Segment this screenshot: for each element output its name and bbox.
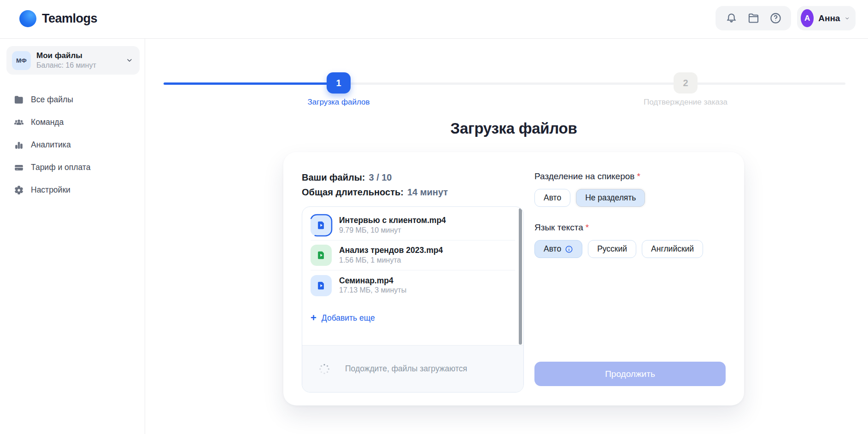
chevron-down-icon <box>126 57 133 64</box>
avatar: А <box>801 9 814 27</box>
language-options: Авто Русский Английский <box>534 240 726 258</box>
help-icon <box>769 12 782 24</box>
sidebar: МФ Мои файлы Баланс: 16 минут Все файлы … <box>0 39 145 434</box>
speakers-label: Разделение на спикеров <box>534 171 634 181</box>
billing-icon <box>14 163 24 173</box>
files-count-value: 3 / 10 <box>369 172 392 182</box>
step-2-label: Подтверждение заказа <box>621 98 750 107</box>
user-menu[interactable]: А Анна <box>797 6 856 30</box>
video-file-icon <box>311 245 332 266</box>
files-button[interactable] <box>747 12 760 25</box>
options-panel: Разделение на спикеров* Авто Не разделят… <box>534 171 726 274</box>
file-name: Семинар.mp4 <box>339 276 406 286</box>
add-more-label: Добавить еще <box>322 313 375 323</box>
file-row[interactable]: Семинар.mp4 17.13 МБ, 3 минуты <box>311 270 515 300</box>
sidebar-item-label: Аналитика <box>31 140 71 150</box>
file-name: Интервью с клиентом.mp4 <box>339 215 446 226</box>
step-2-badge: 2 <box>674 72 698 94</box>
files-count-label: Ваши файлы: <box>302 172 365 182</box>
speakers-options: Авто Не разделять <box>534 189 726 207</box>
language-label: Язык текста <box>534 223 583 232</box>
stepper-track <box>164 82 845 85</box>
add-more-button[interactable]: + Добавить еще <box>311 308 375 328</box>
upload-card: Ваши файлы:3 / 10 Общая длительность:14 … <box>283 152 744 405</box>
logo-icon <box>19 10 36 27</box>
sidebar-item-label: Все файлы <box>31 95 73 105</box>
sidebar-item-settings[interactable]: Настройки <box>0 179 145 201</box>
sidebar-item-label: Команда <box>31 117 64 127</box>
analytics-icon <box>14 140 24 150</box>
files-summary: Ваши файлы:3 / 10 Общая длительность:14 … <box>302 172 524 202</box>
sidebar-item-label: Тариф и оплата <box>31 163 90 172</box>
chevron-down-icon <box>845 15 850 22</box>
file-meta: 9.79 МБ, 10 минут <box>339 226 446 235</box>
workspace-title: Мои файлы <box>36 51 96 60</box>
duration-value: 14 минут <box>407 187 448 197</box>
required-asterisk: * <box>586 223 589 232</box>
sidebar-item-analytics[interactable]: Аналитика <box>0 134 145 156</box>
sidebar-item-team[interactable]: Команда <box>0 111 145 134</box>
workspace-badge: МФ <box>12 51 31 70</box>
video-file-icon <box>311 275 332 296</box>
file-meta: 17.13 МБ, 3 минуты <box>339 286 406 295</box>
file-meta: 1.56 МБ, 1 минута <box>339 256 443 265</box>
speakers-option-no-split[interactable]: Не разделять <box>576 189 645 207</box>
sidebar-item-billing[interactable]: Тариф и оплата <box>0 156 145 179</box>
workspace-switcher[interactable]: МФ Мои файлы Баланс: 16 минут <box>6 46 140 75</box>
sidebar-item-all-files[interactable]: Все файлы <box>0 88 145 111</box>
list-scrollbar[interactable] <box>519 208 522 345</box>
main-content: 1 2 Загрузка файлов Подтверждение заказа… <box>145 39 868 434</box>
file-list: Интервью с клиентом.mp4 9.79 МБ, 10 мину… <box>302 206 524 393</box>
page-title: Загрузка файлов <box>283 120 744 137</box>
folder-icon <box>747 12 760 24</box>
stepper-progress <box>164 82 339 85</box>
step-1-label: Загрузка файлов <box>274 98 403 107</box>
folder-icon <box>14 95 24 105</box>
app-header: Teamlogs А Анна <box>0 0 868 39</box>
team-icon <box>14 117 24 128</box>
step-1-badge[interactable]: 1 <box>327 72 351 94</box>
speakers-option-auto[interactable]: Авто <box>534 189 570 207</box>
language-option-russian[interactable]: Русский <box>588 240 636 258</box>
sidebar-item-label: Настройки <box>31 185 70 195</box>
video-file-icon <box>311 215 332 236</box>
help-button[interactable] <box>769 12 782 25</box>
continue-button[interactable]: Продолжить <box>534 362 726 386</box>
settings-icon <box>14 185 24 195</box>
language-option-auto[interactable]: Авто <box>534 240 582 258</box>
language-option-english[interactable]: Английский <box>642 240 703 258</box>
user-name: Анна <box>818 13 840 23</box>
upload-status-bar: Подождите, файлы загружаются <box>302 345 523 392</box>
duration-label: Общая длительность: <box>302 187 404 197</box>
info-icon[interactable] <box>565 245 573 253</box>
upload-status-text: Подождите, файлы загружаются <box>345 364 467 374</box>
file-row[interactable]: Анализ трендов 2023.mp4 1.56 МБ, 1 минут… <box>311 240 515 270</box>
header-actions <box>716 6 791 30</box>
required-asterisk: * <box>637 171 640 181</box>
plus-icon: + <box>311 313 317 323</box>
workspace-balance: Баланс: 16 минут <box>36 61 96 70</box>
upload-progress-ring <box>310 214 333 237</box>
sidebar-nav: Все файлы Команда Аналитика Тариф и опла… <box>0 88 145 201</box>
notifications-button[interactable] <box>725 12 738 25</box>
spinner-icon <box>319 364 330 375</box>
bell-icon <box>725 12 738 24</box>
logo[interactable]: Teamlogs <box>19 10 97 27</box>
file-name: Анализ трендов 2023.mp4 <box>339 245 443 256</box>
logo-text: Teamlogs <box>42 12 97 26</box>
file-row[interactable]: Интервью с клиентом.mp4 9.79 МБ, 10 мину… <box>311 211 515 240</box>
